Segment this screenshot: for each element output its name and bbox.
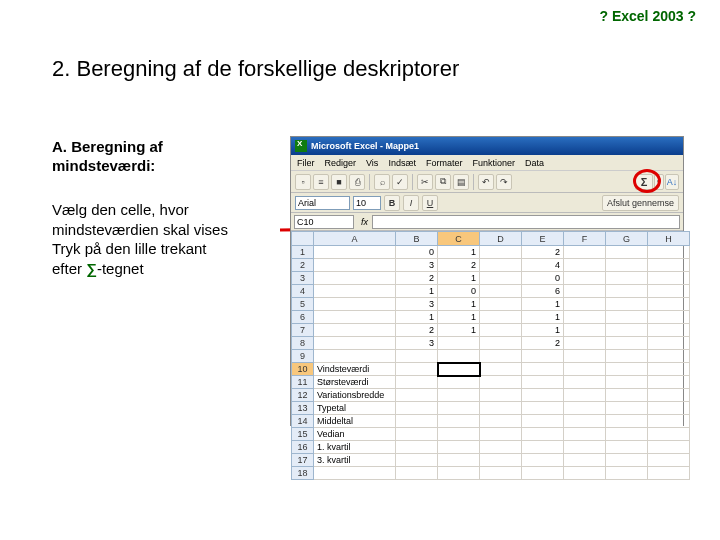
rowhead[interactable]: 16 [292, 441, 314, 454]
cell[interactable] [314, 272, 396, 285]
colhead-c[interactable]: C [438, 232, 480, 246]
autosum-sigma-button[interactable]: Σ [635, 174, 653, 190]
cell[interactable] [648, 428, 690, 441]
rowhead[interactable]: 8 [292, 337, 314, 350]
colhead-d[interactable]: D [480, 232, 522, 246]
cell[interactable] [522, 415, 564, 428]
menu-rediger[interactable]: Rediger [325, 158, 357, 168]
cell[interactable] [606, 363, 648, 376]
cell[interactable] [396, 402, 438, 415]
rowhead[interactable]: 13 [292, 402, 314, 415]
cell[interactable]: 1 [396, 311, 438, 324]
cell[interactable]: 3 [396, 337, 438, 350]
cell[interactable]: Vindsteværdi [314, 363, 396, 376]
rowhead[interactable]: 12 [292, 389, 314, 402]
paste-icon[interactable]: ▤ [453, 174, 469, 190]
cell[interactable] [606, 311, 648, 324]
cell[interactable] [480, 285, 522, 298]
cell[interactable] [480, 272, 522, 285]
cell[interactable] [564, 298, 606, 311]
cell[interactable] [564, 428, 606, 441]
cell[interactable] [606, 467, 648, 480]
cell[interactable] [648, 259, 690, 272]
cell[interactable] [396, 363, 438, 376]
spell-icon[interactable]: ✓ [392, 174, 408, 190]
cell[interactable] [648, 454, 690, 467]
cell[interactable] [606, 441, 648, 454]
cell[interactable] [314, 324, 396, 337]
cell[interactable] [606, 259, 648, 272]
cell[interactable]: 1 [438, 246, 480, 259]
colhead-b[interactable]: B [396, 232, 438, 246]
cell[interactable] [314, 350, 396, 363]
rowhead[interactable]: 11 [292, 376, 314, 389]
cell[interactable]: 1 [438, 272, 480, 285]
cut-icon[interactable]: ✂ [417, 174, 433, 190]
cell[interactable] [648, 363, 690, 376]
colhead-a[interactable]: A [314, 232, 396, 246]
cell[interactable] [480, 311, 522, 324]
colhead-e[interactable]: E [522, 232, 564, 246]
cell[interactable] [648, 285, 690, 298]
cell[interactable] [438, 350, 480, 363]
cell[interactable] [438, 363, 480, 376]
cell[interactable] [480, 337, 522, 350]
cell[interactable] [314, 246, 396, 259]
cell[interactable] [606, 376, 648, 389]
cell[interactable]: 0 [522, 272, 564, 285]
cell[interactable]: Typetal [314, 402, 396, 415]
cell[interactable] [314, 259, 396, 272]
print-icon[interactable]: ⎙ [349, 174, 365, 190]
cell[interactable]: 2 [396, 272, 438, 285]
cell[interactable]: Variationsbredde [314, 389, 396, 402]
cell[interactable]: 1. kvartil [314, 441, 396, 454]
cell[interactable] [396, 350, 438, 363]
cell[interactable] [606, 337, 648, 350]
cell[interactable] [522, 454, 564, 467]
rowhead[interactable]: 2 [292, 259, 314, 272]
cell[interactable]: 1 [396, 285, 438, 298]
excel-grid[interactable]: A B C D E F G H 101223243210410653116111… [291, 231, 683, 480]
cell[interactable] [396, 376, 438, 389]
cell[interactable] [648, 441, 690, 454]
font-name-select[interactable]: Arial [295, 196, 350, 210]
sort-az-icon[interactable]: A↓ [665, 174, 679, 190]
cell[interactable] [314, 285, 396, 298]
cell[interactable] [438, 428, 480, 441]
select-all-corner[interactable] [292, 232, 314, 246]
cell[interactable]: 4 [522, 259, 564, 272]
cell[interactable] [564, 337, 606, 350]
redo-icon[interactable]: ↷ [496, 174, 512, 190]
cell[interactable] [606, 389, 648, 402]
cell[interactable] [606, 272, 648, 285]
cell[interactable] [438, 454, 480, 467]
rowhead[interactable]: 3 [292, 272, 314, 285]
font-size-select[interactable]: 10 [353, 196, 381, 210]
rowhead[interactable]: 1 [292, 246, 314, 259]
formula-bar[interactable] [372, 215, 680, 229]
cell[interactable]: Vedian [314, 428, 396, 441]
menu-data[interactable]: Data [525, 158, 544, 168]
cell[interactable] [564, 441, 606, 454]
cell[interactable] [480, 376, 522, 389]
cell[interactable] [314, 298, 396, 311]
cell[interactable] [648, 389, 690, 402]
cell[interactable]: 0 [438, 285, 480, 298]
rowhead[interactable]: 18 [292, 467, 314, 480]
cell[interactable] [564, 272, 606, 285]
rowhead[interactable]: 10 [292, 363, 314, 376]
cell[interactable] [396, 428, 438, 441]
cell[interactable] [438, 376, 480, 389]
cell[interactable] [438, 402, 480, 415]
cell[interactable] [564, 363, 606, 376]
cell[interactable]: 2 [396, 324, 438, 337]
cell[interactable] [564, 389, 606, 402]
cell[interactable] [522, 402, 564, 415]
cell[interactable]: 3 [396, 259, 438, 272]
rowhead[interactable]: 17 [292, 454, 314, 467]
cell[interactable] [480, 350, 522, 363]
cell[interactable] [564, 246, 606, 259]
cell[interactable] [648, 298, 690, 311]
name-box[interactable]: C10 [294, 215, 354, 229]
copy-icon[interactable]: ⧉ [435, 174, 451, 190]
